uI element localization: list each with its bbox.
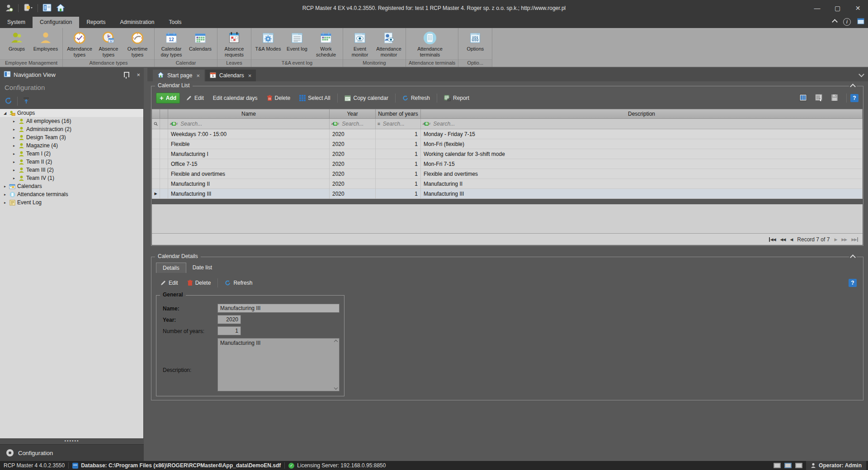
prev-page-icon[interactable]: ◀◀ xyxy=(780,237,786,242)
column-header-year[interactable]: Year xyxy=(330,109,376,119)
year-field[interactable]: 2020 xyxy=(217,315,241,324)
column-chooser-icon[interactable] xyxy=(799,94,807,103)
filter-description[interactable]: aBc xyxy=(421,119,863,129)
prev-record-icon[interactable]: ◀ xyxy=(790,237,793,242)
expander-icon[interactable]: ▸ xyxy=(3,184,7,188)
close-button[interactable]: ✕ xyxy=(848,0,868,16)
menu-tab-system[interactable]: System xyxy=(0,17,33,28)
details-delete-button[interactable]: Delete xyxy=(184,278,214,288)
menu-tab-tools[interactable]: Tools xyxy=(161,17,189,28)
ribbon-ta-modes-button[interactable]: T&A Modes xyxy=(254,29,282,52)
tree-item-groups[interactable]: ◢Groups xyxy=(0,109,143,117)
expander-icon[interactable]: ▸ xyxy=(12,119,16,123)
ribbon-work-schedule-button[interactable]: Work schedule xyxy=(312,29,340,57)
ribbon-groups-button[interactable]: Groups xyxy=(3,29,31,52)
collapse-section-icon[interactable] xyxy=(849,254,857,261)
info-icon[interactable]: i xyxy=(843,18,851,26)
collapse-section-icon[interactable] xyxy=(849,84,857,90)
ribbon-event-log-button[interactable]: Event log xyxy=(283,29,311,52)
expander-icon[interactable]: ▸ xyxy=(3,201,7,205)
table-row[interactable]: Manufacturing II20201Manufacturing II xyxy=(152,179,863,189)
column-select-icon[interactable] xyxy=(815,94,823,103)
expander-icon[interactable]: ▸ xyxy=(12,176,16,180)
menu-tab-reports[interactable]: Reports xyxy=(79,17,113,28)
column-header-description[interactable]: Description xyxy=(421,109,863,119)
tree-item-event-log[interactable]: ▸Event Log xyxy=(0,198,143,207)
expander-icon[interactable]: ▸ xyxy=(12,160,16,164)
table-row[interactable]: Flexible20201Mon-Fri (flexible) xyxy=(152,139,863,149)
collapse-ribbon-icon[interactable] xyxy=(832,19,838,25)
tree-item-magazine[interactable]: ▸Magazine (4) xyxy=(0,141,143,150)
ribbon-attendance-types-button[interactable]: Attendance types xyxy=(66,29,94,57)
collapse-all-icon[interactable] xyxy=(22,97,30,106)
ribbon-calendars-button[interactable]: Calendars xyxy=(186,29,214,52)
next-page-icon[interactable]: ▶▶ xyxy=(841,237,847,242)
menu-tab-administration[interactable]: Administration xyxy=(113,17,161,28)
close-panel-icon[interactable]: × xyxy=(137,71,140,78)
filter-year[interactable]: aBc xyxy=(330,119,376,129)
tab-start-page[interactable]: Start page × xyxy=(153,70,204,81)
minimize-button[interactable]: — xyxy=(807,0,827,16)
filter-years[interactable]: = xyxy=(376,119,421,129)
ribbon-calendar-day-types-button[interactable]: 12 Calendar day types xyxy=(157,29,185,57)
expander-icon[interactable]: ▸ xyxy=(12,136,16,140)
table-row-selected[interactable]: ▶Manufacturing III20201Manufacturing III xyxy=(152,189,863,199)
ribbon-event-monitor-button[interactable]: Event monitor xyxy=(346,29,374,57)
expander-icon[interactable]: ▸ xyxy=(12,152,16,156)
years-field[interactable]: 1 xyxy=(217,326,241,335)
ribbon-overtime-types-button[interactable]: Overtime types xyxy=(123,29,151,57)
expander-icon[interactable]: ▸ xyxy=(3,193,7,197)
table-row[interactable]: Flexible and overtimes20201Flexible and … xyxy=(152,169,863,179)
filter-years-input[interactable] xyxy=(382,120,419,127)
report-button[interactable]: Report xyxy=(441,93,472,103)
save-layout-icon[interactable] xyxy=(831,94,838,103)
tree-item-team-4[interactable]: ▸Team IV (1) xyxy=(0,174,143,182)
tree-item-team-2[interactable]: ▸Team II (2) xyxy=(0,158,143,166)
expander-icon[interactable]: ◢ xyxy=(3,111,7,115)
tree-item-calendars[interactable]: ▸Calendars xyxy=(0,182,143,190)
ribbon-options-button[interactable]: Options xyxy=(461,29,489,52)
ribbon-absence-requests-button[interactable]: Absence requests xyxy=(220,29,248,57)
description-field[interactable]: Manufacturing III xyxy=(217,338,340,391)
refresh-button[interactable]: Refresh xyxy=(399,93,433,103)
copy-calendar-button[interactable]: Copy calendar xyxy=(341,93,392,103)
close-tab-icon[interactable]: × xyxy=(196,72,200,79)
menu-tab-configuration[interactable]: Configuration xyxy=(33,17,79,28)
pin-icon[interactable] xyxy=(124,72,129,77)
ribbon-employees-button[interactable]: Employees xyxy=(32,29,60,52)
ribbon-attendance-monitor-button[interactable]: Attendance monitor xyxy=(375,29,403,57)
name-field[interactable]: Manufacturing III xyxy=(217,304,340,313)
scrollbar[interactable] xyxy=(333,339,339,390)
first-record-icon[interactable]: ◀◀ xyxy=(769,237,776,242)
expander-icon[interactable]: ▸ xyxy=(12,168,16,172)
edit-calendar-days-button[interactable]: Edit calendar days xyxy=(210,93,261,103)
details-refresh-button[interactable]: Refresh xyxy=(222,278,255,288)
filter-name[interactable]: aBc xyxy=(168,119,330,129)
maximize-button[interactable]: ▢ xyxy=(827,0,848,16)
tree-item-attendance-terminals[interactable]: ▸Attendance terminals xyxy=(0,190,143,198)
tree-item-team-3[interactable]: ▸Team III (2) xyxy=(0,166,143,174)
tree-item-team-1[interactable]: ▸Team I (2) xyxy=(0,150,143,158)
ribbon-absence-types-button[interactable]: 12 Absence types xyxy=(94,29,123,57)
add-button[interactable]: +Add xyxy=(156,93,180,103)
next-record-icon[interactable]: ▶ xyxy=(834,237,837,242)
tree-item-design-team[interactable]: ▸Design Team (3) xyxy=(0,133,143,141)
column-header-name[interactable]: Name xyxy=(168,109,330,119)
expander-icon[interactable]: ▸ xyxy=(12,127,16,132)
tab-overflow-icon[interactable] xyxy=(859,71,863,78)
tab-date-list[interactable]: Date list xyxy=(186,263,218,273)
tab-calendars[interactable]: 1 Calendars × xyxy=(205,70,256,81)
delete-button[interactable]: Delete xyxy=(264,93,294,103)
select-all-button[interactable]: Select All xyxy=(296,93,333,103)
tree-item-all-employees[interactable]: ▸All employees (16) xyxy=(0,117,143,125)
details-edit-button[interactable]: Edit xyxy=(157,278,181,288)
table-row[interactable]: Office 7-1520201Mon-Fri 7-15 xyxy=(152,159,863,169)
help-icon[interactable]: ? xyxy=(850,94,859,102)
table-row[interactable]: Weekdays 7:00 - 15:0020201Monday - Frida… xyxy=(152,129,863,139)
filter-name-input[interactable] xyxy=(179,120,323,127)
nav-bottom-configuration[interactable]: Configuration xyxy=(0,444,144,461)
filter-year-input[interactable] xyxy=(341,120,373,127)
last-record-icon[interactable]: ▶▶ xyxy=(851,237,858,242)
ribbon-attendance-terminals-button[interactable]: Attendance terminals xyxy=(416,29,444,57)
tree-item-administraction[interactable]: ▸Administraction (2) xyxy=(0,125,143,133)
